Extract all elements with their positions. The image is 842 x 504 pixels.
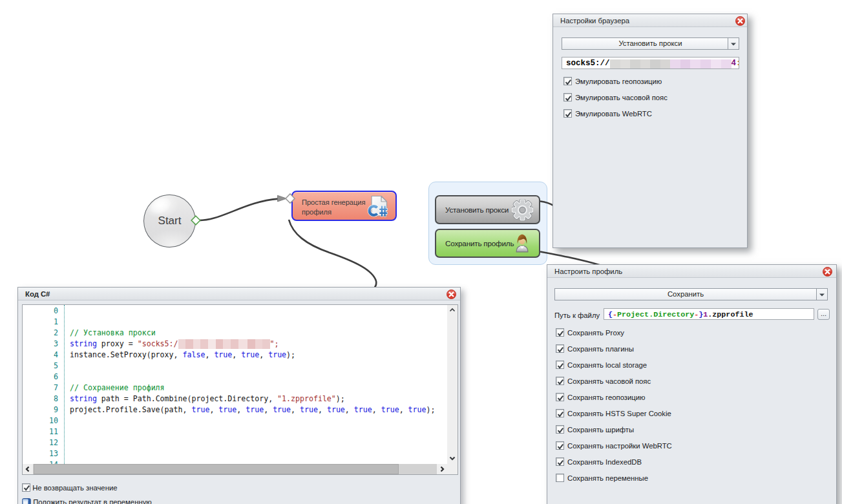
scroll-right-icon[interactable] (437, 464, 447, 474)
code-line: 11 (23, 426, 458, 437)
checkbox[interactable] (556, 441, 564, 450)
line-number: 9 (23, 404, 58, 415)
close-icon[interactable] (823, 267, 832, 277)
censored-proxy-value (610, 59, 731, 69)
line-number: 13 (23, 448, 58, 459)
code-token: true (381, 405, 399, 414)
checkbox[interactable] (556, 457, 564, 466)
line-number: 5 (23, 361, 58, 372)
path-token: { (608, 310, 613, 319)
line-number: 2 (23, 328, 58, 339)
dropdown-arrow-button[interactable] (816, 289, 827, 300)
checkbox[interactable] (556, 393, 564, 401)
checkbox[interactable] (563, 77, 572, 85)
dropdown-arrow-button[interactable] (728, 38, 739, 49)
path-input-content: {-Project.Directory-}1.zpprofile (608, 310, 753, 319)
csharp-document-icon (367, 195, 390, 221)
gutter-separator (64, 305, 65, 474)
no-return-checkbox[interactable] (22, 483, 30, 492)
vertical-scrollbar[interactable] (447, 305, 458, 474)
checkbox[interactable] (556, 328, 564, 337)
person-icon (515, 233, 529, 253)
checkbox[interactable] (563, 93, 572, 101)
code-token: , (232, 350, 241, 359)
code-text: string proxy = "socks5:/"; (70, 339, 279, 350)
profile-panel: Настроить профиль Сохранить Путь к файлу… (547, 264, 837, 504)
checkbox-label: Эмулировать WebRTC (575, 110, 652, 118)
line-number: 0 (23, 306, 58, 317)
checkbox-label: Сохранять Proxy (567, 329, 624, 337)
code-editor[interactable]: 012// Установка прокси3string proxy = "s… (22, 304, 458, 475)
code-line: 7// Сохранение профиля (23, 383, 458, 394)
scroll-down-icon[interactable] (447, 453, 458, 463)
code-token: false (183, 350, 205, 359)
browser-settings-titlebar[interactable]: Настройки браузера (553, 14, 747, 27)
code-token: // Сохранение профиля (70, 383, 165, 392)
set-proxy-dropdown[interactable]: Установить прокси (562, 37, 739, 50)
browse-button[interactable]: ... (817, 309, 830, 320)
save-profile-action-label: Сохранить профиль (445, 239, 514, 247)
start-node[interactable]: Start (143, 194, 196, 247)
line-number: 8 (23, 394, 58, 404)
proxy-input[interactable]: socks5://4: (562, 57, 739, 69)
path-token: - (613, 310, 617, 319)
checkbox-label: Сохранять IndexedDB (567, 458, 642, 466)
checkbox-label: Эмулировать часовой пояс (575, 94, 668, 101)
line-number: 6 (23, 372, 58, 383)
code-token: instance.SetProxy(proxy, (70, 350, 183, 359)
code-token: true (214, 350, 232, 359)
profile-panel-title: Настроить профиль (554, 268, 622, 275)
checkbox[interactable] (556, 361, 564, 369)
checkbox[interactable] (563, 109, 572, 118)
path-label: Путь к файлу (554, 311, 600, 319)
set-proxy-action-button[interactable]: Установить прокси (435, 195, 540, 224)
scroll-left-icon[interactable] (23, 464, 33, 474)
code-line: 12 (23, 437, 458, 448)
profile-panel-titlebar[interactable]: Настроить профиль (547, 265, 836, 278)
code-token: project.Profile.Save(path, (70, 405, 191, 414)
checkbox[interactable] (556, 377, 564, 385)
code-line: 1 (23, 317, 458, 328)
code-line: 9project.Profile.Save(path, true, true, … (23, 404, 458, 415)
checkbox-label: Сохранять плагины (567, 345, 634, 353)
code-token: "; (270, 339, 279, 348)
code-token: ); (336, 394, 345, 403)
code-text: // Сохранение профиля (70, 383, 165, 394)
code-token: , (372, 405, 381, 414)
line-number: 1 (23, 317, 58, 328)
checkbox-label: Сохранять HSTS Super Cookie (567, 410, 671, 417)
code-token: path = Path.Combine(project.Directory, (97, 394, 277, 403)
result-variable-row[interactable]: Положить результат в переменную (22, 498, 152, 504)
horizontal-scroll-thumb[interactable] (34, 464, 399, 474)
no-return-row[interactable]: Не возвращать значение (22, 483, 117, 492)
code-token: string (70, 339, 97, 348)
save-dropdown[interactable]: Сохранить (554, 288, 828, 300)
path-input[interactable]: {-Project.Directory-}1.zpprofile (604, 308, 814, 320)
checkbox[interactable] (556, 344, 564, 353)
save-profile-action-button[interactable]: Сохранить профиль (435, 229, 540, 258)
horizontal-scrollbar[interactable] (23, 464, 447, 474)
code-token: , (291, 405, 300, 414)
save-dropdown-label: Сохранить (555, 289, 816, 300)
action-node-label-line1: Простая генерация (302, 198, 365, 206)
scroll-up-icon[interactable] (447, 305, 458, 315)
code-line: 2// Установка прокси (23, 328, 458, 339)
code-panel-titlebar[interactable]: Код C# (18, 288, 460, 300)
code-token: true (327, 405, 345, 414)
checkbox[interactable] (556, 425, 564, 434)
close-icon[interactable] (735, 16, 745, 26)
code-token: , (237, 405, 246, 414)
checkbox[interactable] (556, 474, 564, 482)
code-token: true (268, 350, 286, 359)
code-line: 5 (23, 361, 458, 372)
close-icon[interactable] (447, 289, 456, 299)
checkbox[interactable] (556, 409, 564, 417)
code-line: 13 (23, 448, 458, 459)
code-line: 0 (23, 306, 458, 317)
code-token: , (209, 405, 218, 414)
code-panel-title: Код C# (25, 290, 50, 298)
code-token: true (273, 405, 291, 414)
code-token: true (300, 405, 318, 414)
action-node-profile-generation[interactable]: Простая генерацияпрофиля (291, 191, 397, 221)
checkbox-label: Сохранять часовой пояс (567, 377, 651, 385)
